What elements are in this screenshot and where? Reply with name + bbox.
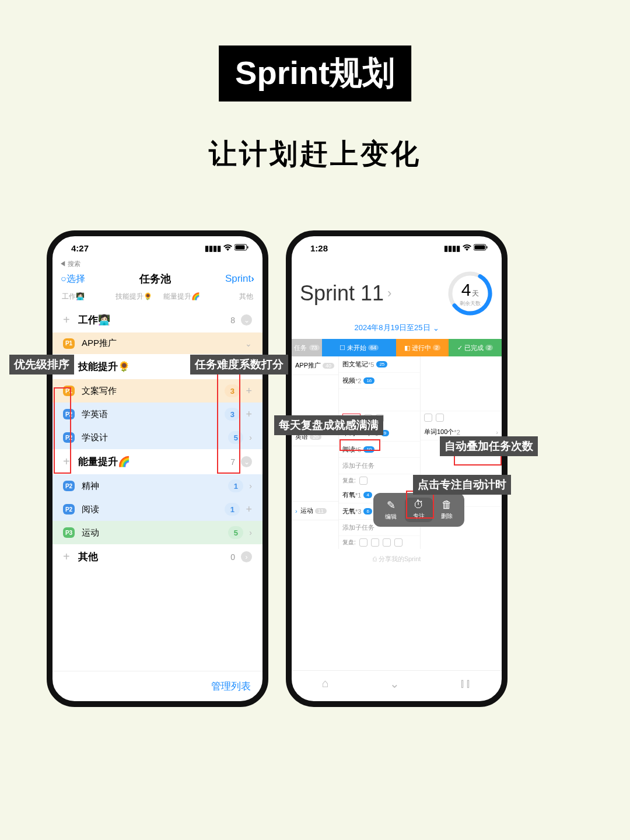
section-label: 工作👩🏻‍💻: [78, 313, 110, 327]
chevron-down-icon[interactable]: ⌄: [241, 314, 252, 326]
checkbox[interactable]: [436, 414, 444, 422]
task-row[interactable]: P3 运动 5 ›: [52, 521, 262, 544]
checkbox[interactable]: [383, 538, 391, 547]
section-count: 0: [230, 552, 235, 562]
page-subtitle: 让计划赶上变化: [0, 135, 630, 173]
plus-icon[interactable]: +: [246, 408, 252, 421]
wifi-icon: [223, 244, 232, 253]
section-work[interactable]: + 工作👩🏻‍💻 8 ⌄: [52, 307, 262, 332]
select-button[interactable]: ○选择: [61, 273, 85, 285]
chevron-right-icon: ›: [295, 508, 298, 514]
category-app[interactable]: APP推广40: [292, 356, 338, 375]
sprint-title[interactable]: Sprint 11: [300, 281, 384, 306]
chevron-right-icon[interactable]: ›: [387, 286, 391, 301]
section-label: 能量提升🌈: [78, 455, 130, 468]
status-time: 4:27: [71, 243, 89, 253]
plus-icon[interactable]: +: [63, 550, 70, 564]
delete-button[interactable]: 🗑 删除: [433, 498, 461, 522]
checkbox[interactable]: [359, 477, 368, 485]
ring-unit: 天: [472, 289, 479, 298]
section-label: 其他: [78, 550, 98, 564]
sprint-button[interactable]: Sprint›: [225, 273, 254, 285]
task-label: 学英语: [82, 409, 108, 420]
edit-button[interactable]: ✎ 编辑: [377, 498, 405, 522]
statusbar: 4:27 ▮▮▮▮: [52, 236, 262, 260]
highlight-box: [340, 439, 380, 451]
wifi-icon: [463, 244, 471, 253]
task-label: 精神: [82, 481, 99, 492]
task-row[interactable]: P2 精神 1 ›: [52, 474, 262, 498]
tab-skills[interactable]: 技能提升🌻: [110, 292, 158, 302]
section-other[interactable]: + 其他 0 ›: [52, 544, 262, 569]
chevron-right-icon: ›: [251, 273, 254, 284]
status-not-started[interactable]: ☐未开始64: [322, 339, 396, 356]
breadcrumb-back[interactable]: ◀ 搜索: [52, 260, 262, 268]
status-icons: ▮▮▮▮: [205, 244, 249, 253]
signal-icon: ▮▮▮▮: [444, 244, 460, 253]
chevron-down-icon[interactable]: ⌄: [245, 339, 252, 348]
chevron-down-icon[interactable]: ⌄: [390, 677, 400, 691]
progress-icon: ◧: [404, 344, 410, 352]
checkbox[interactable]: [424, 414, 432, 422]
task-row[interactable]: P2 阅读 1 +: [52, 498, 262, 521]
chevron-right-icon: ›: [496, 429, 498, 436]
priority-badge: P1: [63, 338, 75, 349]
battery-icon: [474, 244, 488, 253]
task-row[interactable]: P1 APP推广 ⌄: [52, 332, 262, 354]
ring-sublabel: 剩余天数: [460, 300, 481, 307]
svg-rect-4: [475, 245, 485, 249]
statusbar: 1:28 ▮▮▮▮: [292, 236, 502, 260]
footer-manage-lists[interactable]: 管理列表: [52, 671, 262, 701]
priority-badge: P2: [63, 481, 75, 491]
checkbox[interactable]: [371, 538, 379, 547]
status-time: 1:28: [310, 243, 328, 253]
tab-other[interactable]: 其他: [205, 292, 253, 302]
svg-rect-1: [236, 245, 245, 249]
phone-right: 1:28 ▮▮▮▮ Sprint 11 › 4天 剩余天数 2024年8月19日…: [286, 230, 508, 707]
annotation-auto-timer: 点击专注自动计时: [413, 475, 511, 495]
plus-icon[interactable]: +: [246, 503, 252, 516]
status-in-progress[interactable]: ◧进行中2: [396, 339, 449, 356]
inbox-icon[interactable]: ⌂: [322, 677, 329, 691]
chevron-right-icon[interactable]: ›: [249, 433, 252, 442]
share-sprint[interactable]: ⎙ 分享我的Sprint: [292, 549, 502, 569]
highlight-box: [406, 491, 434, 519]
review-row[interactable]: 复盘:: [339, 474, 420, 487]
checkbox[interactable]: [359, 538, 368, 547]
category-sport[interactable]: › 运动11: [292, 502, 338, 520]
svg-rect-5: [487, 246, 488, 249]
checkbox[interactable]: [394, 538, 402, 547]
chevron-right-icon[interactable]: ›: [249, 528, 252, 537]
chevron-right-icon[interactable]: ›: [241, 551, 252, 562]
status-tasks[interactable]: 任务 73: [292, 339, 322, 356]
edit-icon: ✎: [387, 499, 396, 512]
plus-icon[interactable]: +: [63, 313, 70, 327]
signal-icon: ▮▮▮▮: [205, 244, 221, 253]
add-subtask[interactable]: 添加子任务: [339, 458, 420, 474]
task-label: 文案写作: [82, 386, 117, 397]
annotation-auto-count: 自动叠加任务次数: [440, 436, 538, 456]
tab-energy[interactable]: 能量提升🌈: [158, 292, 205, 302]
priority-badge: P3: [63, 527, 75, 538]
annotation-review: 每天复盘成就感满满: [274, 415, 383, 435]
remaining-days-ring: 4天 剩余天数: [447, 270, 494, 317]
date-range[interactable]: 2024年8月19日至25日 ⌄: [292, 320, 502, 339]
task-label: 运动: [82, 527, 99, 538]
subtask-row[interactable]: 图文笔记*525: [339, 356, 420, 373]
task-label: APP推广: [82, 338, 117, 349]
plus-icon[interactable]: +: [246, 385, 252, 397]
review-row[interactable]: 复盘:: [339, 536, 420, 549]
annotation-difficulty: 任务难度系数打分: [190, 355, 288, 374]
points-badge: 1: [225, 503, 240, 516]
page-title: Sprint规划: [219, 46, 411, 102]
priority-badge: P2: [63, 504, 75, 514]
share-icon: ⎙: [373, 555, 377, 562]
subtask-row[interactable]: 视频*216: [339, 373, 420, 389]
status-done[interactable]: ✓已完成2: [449, 339, 502, 356]
chevron-right-icon[interactable]: ›: [249, 481, 252, 491]
points-badge: 1: [228, 480, 243, 492]
section-count: 8: [230, 316, 235, 325]
chevron-down-icon[interactable]: ⌄: [241, 456, 252, 467]
chart-icon[interactable]: ⫿⫿: [460, 677, 471, 691]
tab-work[interactable]: 工作👩🏻‍💻: [62, 292, 110, 302]
